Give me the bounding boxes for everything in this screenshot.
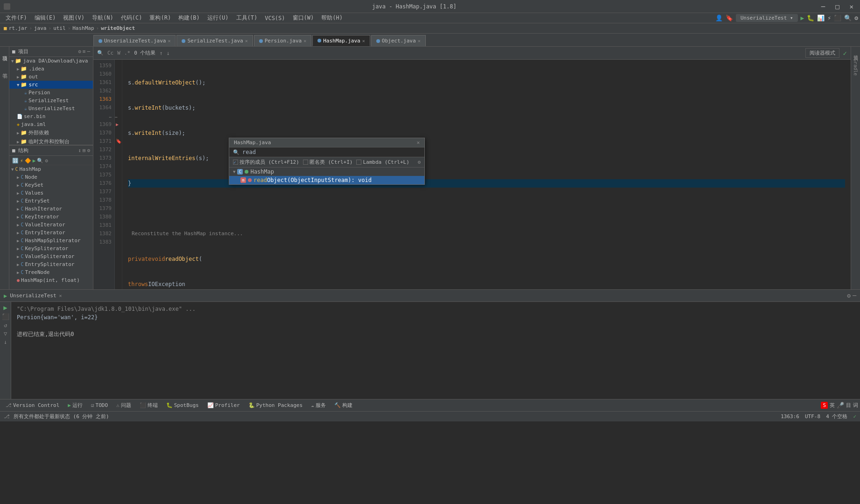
- autocomplete-search-input[interactable]: [242, 149, 421, 155]
- minimize-button[interactable]: ─: [818, 2, 828, 11]
- ac-item-readobject[interactable]: m readObject(ObjectInputStream): void: [229, 176, 424, 184]
- right-sidebar-tab-2[interactable]: Gradle: [852, 56, 859, 78]
- str-hashmap[interactable]: ▼ C HashMap: [9, 165, 93, 173]
- toolbar-version-control[interactable]: ⎇ Version Control: [2, 401, 63, 409]
- str-values[interactable]: ▶ C Values: [9, 189, 93, 197]
- tree-idea[interactable]: ▶ 📁 .idea: [9, 65, 93, 73]
- str-treenode[interactable]: ▶ C TreeNode: [9, 268, 93, 276]
- tree-javaiml[interactable]: ◈ java.iml: [9, 120, 93, 128]
- tree-persion[interactable]: ☕ Persion: [9, 89, 93, 97]
- run-tool-run-icon[interactable]: ▶: [3, 304, 7, 311]
- breadcrumb-item-hashmap[interactable]: HashMap: [72, 25, 94, 31]
- sidebar-minimize-icon[interactable]: ─: [87, 49, 90, 55]
- menu-window[interactable]: 窗口(W): [289, 13, 318, 23]
- run-panel-run-icon[interactable]: ▶: [4, 293, 7, 299]
- close-button[interactable]: ✕: [847, 2, 856, 11]
- tab-close-unserializetest[interactable]: ✕: [168, 38, 170, 43]
- run-tool-filter-icon[interactable]: ▽: [4, 330, 7, 337]
- right-sidebar-tab-1[interactable]: 通知: [852, 49, 860, 54]
- tree-out[interactable]: ▶ 📁 out: [9, 73, 93, 81]
- run-tool-stop-icon[interactable]: ⬛: [2, 313, 9, 320]
- sidebar-gear-icon[interactable]: ⚙: [78, 49, 81, 55]
- breadcrumb-item-writeobject[interactable]: writeObject: [101, 25, 135, 31]
- menu-navigate[interactable]: 导航(N): [88, 13, 117, 23]
- str-icon-1[interactable]: 🔢: [12, 158, 19, 164]
- menu-view[interactable]: 视图(V): [59, 13, 88, 23]
- run-tool-restart-icon[interactable]: ↺: [4, 322, 7, 329]
- settings-icon[interactable]: ⚙: [854, 14, 858, 21]
- code-editor[interactable]: 1359 1360 1361 1362 1363 1364 … 1369 137…: [93, 60, 851, 289]
- stop-icon[interactable]: ⬛: [834, 14, 841, 21]
- tab-unserializetest[interactable]: UnserializeTest.java ✕: [93, 35, 176, 46]
- run-config-selector[interactable]: UnserializeTest ▾: [736, 14, 798, 22]
- next-match-icon[interactable]: ↓: [167, 50, 170, 56]
- str-entryspliterator[interactable]: ▶ C EntrySpliterator: [9, 260, 93, 268]
- bookmark-icon-tr[interactable]: 🔖: [726, 14, 733, 21]
- tree-serializetest[interactable]: ☕ SerializeTest: [9, 97, 93, 105]
- breadcrumb-item-java[interactable]: java: [34, 25, 47, 31]
- menu-code[interactable]: 代码(C): [117, 13, 146, 23]
- toolbar-run[interactable]: ▶ 运行: [64, 401, 86, 410]
- debug-icon[interactable]: 🐛: [807, 14, 814, 21]
- toolbar-python-packages[interactable]: 🐍 Python Packages: [245, 401, 306, 409]
- menu-vcs[interactable]: VCS(S): [261, 14, 289, 22]
- str-icon-4[interactable]: ▶: [33, 158, 36, 164]
- tree-src[interactable]: ▼ 📁 src: [9, 81, 93, 89]
- toolbar-spotbugs[interactable]: 🐛 SpotBugs: [162, 401, 203, 409]
- menu-refactor[interactable]: 重构(R): [146, 13, 175, 23]
- str-valueiterator[interactable]: ▶ C ValueIterator: [9, 221, 93, 229]
- tab-persion[interactable]: Persion.java ✕: [254, 35, 312, 46]
- ac-settings-icon[interactable]: ⚙: [417, 159, 421, 165]
- toolbar-profiler[interactable]: 📈 Profiler: [204, 401, 244, 409]
- structure-settings-icon[interactable]: ⚙: [87, 147, 90, 154]
- run-panel-minimize-icon[interactable]: ─: [853, 292, 856, 299]
- str-icon-3[interactable]: 🔶: [25, 158, 31, 164]
- run-icon[interactable]: ▶: [801, 14, 804, 21]
- tree-temp[interactable]: ▶ 📁 临时文件和控制台: [9, 137, 93, 145]
- user-icon[interactable]: 👤: [715, 14, 723, 21]
- menu-run[interactable]: 运行(U): [204, 13, 233, 23]
- str-icon-6[interactable]: ⚙: [45, 158, 48, 164]
- toolbar-build[interactable]: 🔨 构建: [331, 401, 356, 410]
- run-panel-close-tab[interactable]: ✕: [59, 293, 62, 298]
- toolbar-problems[interactable]: ⚠ 问题: [113, 401, 135, 410]
- menu-edit[interactable]: 编辑(E): [31, 13, 60, 23]
- str-keyset[interactable]: ▶ C KeySet: [9, 181, 93, 189]
- tree-root-java[interactable]: ▼ 📁 java DA\Download\java: [9, 57, 93, 65]
- console-output[interactable]: "C:\Program Files\Java\jdk1.8.0_101\bin\…: [11, 302, 860, 399]
- reader-mode-btn[interactable]: 阅读器模式: [805, 48, 839, 58]
- tab-serializetest[interactable]: SerializeTest.java ✕: [176, 35, 253, 46]
- menu-build[interactable]: 构建(B): [175, 13, 204, 23]
- ordered-members-checkbox[interactable]: 按序的成员 (Ctrl+F12): [233, 159, 299, 166]
- breadcrumb-item-util[interactable]: util: [53, 25, 66, 31]
- str-entryiterator[interactable]: ▶ C EntryIterator: [9, 229, 93, 237]
- str-node[interactable]: ▶ C Node: [9, 173, 93, 181]
- str-valuespliterator[interactable]: ▶ C ValueSpliterator: [9, 252, 93, 260]
- bookmarks-tab[interactable]: 书签: [0, 65, 9, 73]
- mic-icon[interactable]: 🎤: [837, 402, 844, 409]
- menu-file[interactable]: 文件(F): [2, 13, 31, 23]
- profile-icon[interactable]: 📊: [817, 14, 825, 21]
- search-icon-tr[interactable]: 🔍: [844, 14, 852, 21]
- search-input-trigger[interactable]: 🔍: [97, 50, 104, 56]
- breadcrumb-item-rtjar[interactable]: rt.jar: [9, 25, 28, 31]
- toolbar-todo[interactable]: ☑ TODO: [87, 401, 112, 409]
- tree-serbin[interactable]: 📄 ser.bin: [9, 112, 93, 120]
- tab-close-hashmap[interactable]: ✕: [362, 38, 365, 43]
- tab-close-object[interactable]: ✕: [418, 38, 421, 43]
- maximize-button[interactable]: □: [832, 2, 842, 11]
- tab-close-persion[interactable]: ✕: [303, 38, 306, 43]
- sidebar-layout-icon[interactable]: ≡: [83, 49, 86, 55]
- toolbar-terminal[interactable]: ⬛ 终端: [136, 401, 162, 410]
- menu-tools[interactable]: 工具(T): [233, 13, 261, 23]
- tree-unserializetest[interactable]: ☕ UnserializeTest: [9, 105, 93, 112]
- str-hashmapspliterator[interactable]: ▶ C HashMapSpliterator: [9, 237, 93, 245]
- tab-hashmap[interactable]: HashMap.java ✕: [312, 35, 370, 46]
- run-panel-settings-icon[interactable]: ⚙: [847, 292, 851, 299]
- str-entryset[interactable]: ▶ C EntrySet: [9, 197, 93, 205]
- anonymous-checkbox[interactable]: 匿名类 (Ctrl+I): [303, 159, 353, 166]
- menu-help[interactable]: 帮助(H): [317, 13, 346, 23]
- str-hashiterator[interactable]: ▶ C HashIterator: [9, 205, 93, 213]
- str-keyiterator[interactable]: ▶ C KeyIterator: [9, 213, 93, 221]
- project-tab[interactable]: 项目: [0, 49, 9, 56]
